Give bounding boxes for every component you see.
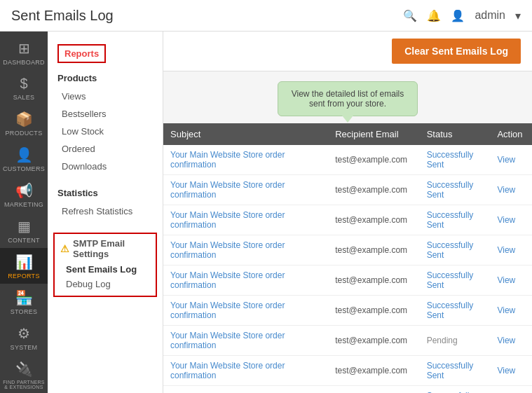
subject-link[interactable]: Your Main Website Store order confirmati… [170, 361, 285, 380]
cell-status: Pending [420, 326, 491, 356]
table-row: Your Main Website Store order confirmati… [163, 235, 532, 266]
view-link[interactable]: View [497, 336, 515, 345]
table-row: Your Main Website Store order confirmati… [163, 296, 532, 326]
sidebar-label-products: PRODUCTS [6, 130, 43, 137]
cell-action: View [490, 356, 532, 386]
cell-subject: Your Main Website Store order confirmati… [163, 266, 328, 296]
sidebar-item-customers[interactable]: 👤 CUSTOMERS [0, 141, 48, 177]
sidebar-label-reports: REPORTS [8, 273, 39, 280]
sidebar-item-extensions[interactable]: 🔌 FIND PARTNERS & EXTENSIONS [0, 355, 48, 393]
cell-email: test@example.com [328, 266, 419, 296]
sidebar-item-reports[interactable]: 📊 REPORTS [0, 248, 48, 284]
submenu-statistics-title: Statistics [48, 182, 163, 202]
view-link[interactable]: View [497, 155, 515, 165]
cell-status: Successfully Sent [420, 205, 491, 235]
table-row: Your Main Website Store order confirmati… [163, 266, 532, 296]
user-icon[interactable]: 👤 [451, 9, 465, 22]
table-header-row: Subject Recipient Email Status Action [163, 123, 532, 145]
cell-action: View [490, 326, 532, 356]
subject-link[interactable]: Your Main Website Store order confirmati… [170, 301, 285, 320]
subject-link[interactable]: Your Main Website Store order confirmati… [170, 270, 285, 290]
submenu-item-refresh-stats[interactable]: Refresh Statistics [48, 202, 163, 220]
cell-email: test@example.com [328, 205, 419, 235]
admin-label[interactable]: admin [475, 9, 505, 22]
table-row: Your Main Website Store order confirmati… [163, 175, 532, 205]
content-toolbar: Clear Sent Emails Log [163, 32, 532, 71]
submenu-item-downloads[interactable]: Downloads [48, 158, 163, 175]
smtp-section: ⚠ SMTP Email Settings Sent Emails Log De… [53, 233, 157, 297]
sidebar-item-stores[interactable]: 🏪 STORES [0, 284, 48, 319]
sidebar-item-content[interactable]: ▦ CONTENT [0, 212, 48, 248]
table-row: Amasty SMTP Email Test Message test@exam… [163, 386, 532, 394]
subject-link[interactable]: Your Main Website Store order confirmati… [170, 240, 285, 260]
smtp-section-title: ⚠ SMTP Email Settings [60, 238, 150, 259]
submenu-item-lowstock[interactable]: Low Stock [48, 123, 163, 140]
cell-status: Successfully Sent [420, 386, 491, 394]
submenu-item-sent-emails-log[interactable]: Sent Emails Log [60, 262, 150, 277]
dashboard-icon: ⊞ [18, 40, 30, 57]
cell-action: View [490, 175, 532, 205]
cell-email: test@example.com [328, 145, 419, 175]
subject-link[interactable]: Your Main Website Store order confirmati… [170, 210, 285, 230]
view-link[interactable]: View [497, 366, 515, 375]
search-icon[interactable]: 🔍 [403, 9, 417, 22]
view-link[interactable]: View [497, 215, 515, 225]
cell-status: Successfully Sent [420, 266, 491, 296]
bell-icon[interactable]: 🔔 [427, 9, 441, 22]
view-link[interactable]: View [497, 275, 515, 285]
sidebar-label-stores: STORES [11, 308, 38, 315]
subject-link[interactable]: Your Main Website Store order confirmati… [170, 331, 285, 350]
view-link[interactable]: View [497, 185, 515, 195]
cell-action: View [490, 145, 532, 175]
customers-icon: 👤 [15, 146, 33, 163]
table-wrapper: Subject Recipient Email Status Action Yo… [163, 123, 532, 393]
warning-icon: ⚠ [60, 243, 69, 254]
reports-heading: Reports [57, 44, 106, 63]
table-row: Your Main Website Store order confirmati… [163, 326, 532, 356]
sidebar-item-products[interactable]: 📦 PRODUCTS [0, 105, 48, 141]
cell-email: test@example.com [328, 356, 419, 386]
subject-link[interactable]: Your Main Website Store order confirmati… [170, 150, 285, 170]
system-icon: ⚙ [18, 325, 30, 342]
sidebar-item-dashboard[interactable]: ⊞ DASHBOARD [0, 34, 48, 70]
submenu-item-views[interactable]: Views [48, 88, 163, 105]
tooltip-area: View the detailed list of emails sent fr… [163, 71, 532, 123]
submenu-item-debug-log[interactable]: Debug Log [60, 277, 150, 291]
sidebar: ⊞ DASHBOARD $ SALES 📦 PRODUCTS 👤 CUSTOME… [0, 32, 48, 393]
sidebar-item-system[interactable]: ⚙ SYSTEM [0, 319, 48, 355]
table-row: Your Main Website Store order confirmati… [163, 205, 532, 235]
clear-sent-emails-button[interactable]: Clear Sent Emails Log [392, 39, 521, 64]
products-icon: 📦 [15, 111, 33, 127]
cell-subject: Your Main Website Store order confirmati… [163, 356, 328, 386]
subject-link[interactable]: Your Main Website Store order confirmati… [170, 180, 285, 200]
sidebar-label-dashboard: DASHBOARD [3, 59, 45, 66]
cell-subject: Amasty SMTP Email Test Message [163, 386, 328, 394]
extensions-icon: 🔌 [15, 361, 33, 378]
cell-email: test@example.com [328, 235, 419, 266]
cell-status: Successfully Sent [420, 235, 491, 266]
sidebar-item-marketing[interactable]: 📢 MARKETING [0, 177, 48, 212]
top-header: Sent Emails Log 🔍 🔔 👤 admin ▾ [0, 0, 532, 32]
submenu-item-bestsellers[interactable]: Bestsellers [48, 105, 163, 123]
submenu-item-ordered[interactable]: Ordered [48, 140, 163, 158]
chevron-down-icon[interactable]: ▾ [515, 9, 521, 22]
cell-action: View [490, 235, 532, 266]
submenu-products-title: Products [48, 67, 163, 88]
cell-status: Successfully Sent [420, 356, 491, 386]
sidebar-label-content: CONTENT [8, 237, 40, 244]
col-header-subject: Subject [163, 123, 328, 145]
cell-subject: Your Main Website Store order confirmati… [163, 205, 328, 235]
cell-email: test@example.com [328, 296, 419, 326]
sidebar-label-extensions: FIND PARTNERS & EXTENSIONS [3, 380, 45, 389]
content-icon: ▦ [18, 218, 31, 235]
sidebar-item-sales[interactable]: $ SALES [0, 70, 48, 105]
col-header-status: Status [420, 123, 491, 145]
content-area: Clear Sent Emails Log View the detailed … [163, 32, 532, 393]
cell-action: View [490, 296, 532, 326]
header-icons: 🔍 🔔 👤 admin ▾ [403, 9, 521, 22]
view-link[interactable]: View [497, 305, 515, 315]
view-link[interactable]: View [497, 245, 515, 255]
tooltip-text: View the detailed list of emails sent fr… [292, 89, 404, 109]
cell-email: test@example.com [328, 326, 419, 356]
cell-subject: Your Main Website Store order confirmati… [163, 235, 328, 266]
